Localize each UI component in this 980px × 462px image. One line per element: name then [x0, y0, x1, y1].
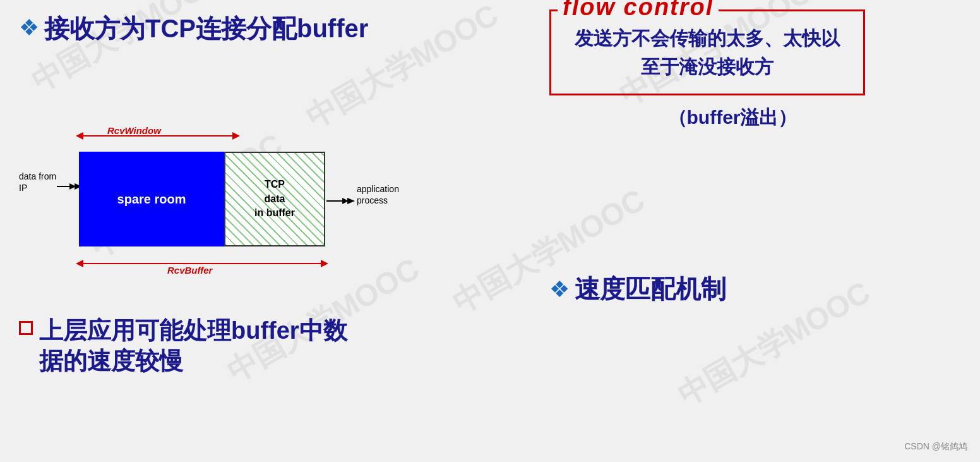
- svg-text:RcvBuffer: RcvBuffer: [167, 265, 213, 275]
- diamond-icon-1: ❖: [19, 15, 39, 40]
- svg-text:RcvWindow: RcvWindow: [107, 126, 162, 136]
- svg-marker-11: [76, 260, 83, 267]
- speed-match-label: 速度匹配机制: [575, 272, 726, 307]
- data-from-ip-label: data from IP: [19, 171, 56, 193]
- spare-room-box: spare room: [79, 152, 224, 246]
- svg-marker-9: [347, 198, 355, 204]
- square-icon: [19, 321, 33, 335]
- svg-marker-12: [321, 260, 328, 267]
- bottom-title: 上层应用可能处理buffer中数据的速度较慢: [39, 316, 360, 376]
- tcp-data-label: TCPdatain buffer: [254, 178, 295, 220]
- left-section: ❖ 接收方为TCP连接分配buffer: [19, 13, 398, 63]
- rcvwindow-arrow-svg: RcvWindow: [76, 126, 240, 145]
- buffer-overflow-label: （buffer溢出）: [549, 105, 916, 131]
- csdn-watermark: CSDN @铭鸽鸠: [904, 441, 967, 453]
- speed-match-block: ❖ 速度匹配机制: [549, 272, 726, 307]
- flow-control-description: 发送方不会传输的太多、太快以至于淹没接收方: [567, 24, 847, 81]
- bottom-bullet: 上层应用可能处理buffer中数据的速度较慢: [19, 316, 360, 376]
- left-title: 接收方为TCP连接分配buffer: [44, 13, 368, 44]
- svg-marker-1: [76, 132, 83, 140]
- flow-control-title: flow control: [558, 0, 719, 21]
- flow-control-box: flow control 发送方不会传输的太多、太快以至于淹没接收方: [549, 9, 865, 95]
- rcvbuffer-arrow-svg: RcvBuffer: [76, 256, 328, 275]
- buffer-diagram: RcvWindow data from IP spare room TCPdat…: [19, 126, 398, 272]
- ip-arrow-svg: [57, 180, 82, 193]
- tcp-data-box: TCPdatain buffer: [224, 152, 325, 246]
- title-block: ❖ 接收方为TCP连接分配buffer: [19, 13, 398, 44]
- main-content: ❖ 接收方为TCP连接分配buffer RcvWindow data from …: [0, 0, 980, 462]
- svg-marker-2: [232, 132, 240, 140]
- right-section: flow control 发送方不会传输的太多、太快以至于淹没接收方 （buff…: [549, 9, 916, 131]
- diamond-icon-2: ❖: [549, 276, 570, 303]
- app-arrow-svg: [326, 195, 355, 207]
- spare-room-label: spare room: [117, 192, 186, 207]
- buffer-boxes: spare room TCPdatain buffer: [79, 152, 325, 246]
- app-process-label: application process: [357, 183, 399, 206]
